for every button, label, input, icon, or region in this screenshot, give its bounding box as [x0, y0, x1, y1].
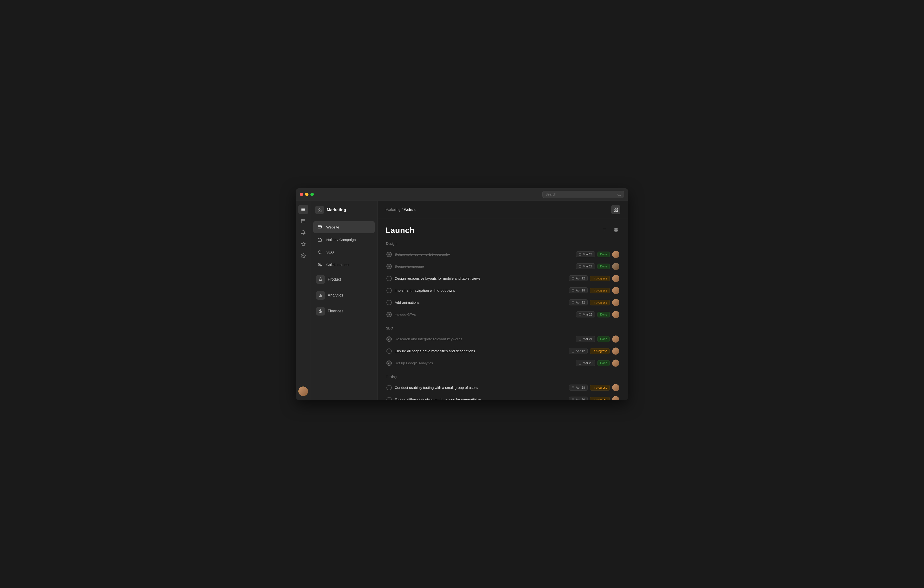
- rail-icon-settings[interactable]: [299, 251, 308, 260]
- section-design-title: Design: [386, 242, 620, 245]
- table-row[interactable]: Include CTAs Mar 29 Done: [386, 308, 620, 321]
- content-header: Marketing / Website: [378, 201, 628, 219]
- table-row[interactable]: Ensure all pages have meta titles and de…: [386, 345, 620, 357]
- close-button[interactable]: [300, 193, 303, 196]
- section-seo-title: SEO: [386, 326, 620, 330]
- breadcrumb-parent[interactable]: Marketing: [386, 208, 400, 212]
- task-checkbox[interactable]: [386, 385, 392, 390]
- task-meta: Apr 12 In progress: [569, 275, 619, 282]
- maximize-button[interactable]: [310, 193, 314, 196]
- svg-rect-42: [572, 301, 574, 304]
- task-date: Apr 12: [569, 348, 587, 354]
- page-actions: [600, 226, 620, 234]
- calendar-icon: [572, 301, 574, 304]
- sidebar-header: Marketing: [310, 201, 378, 218]
- search-bar[interactable]: [542, 191, 624, 198]
- task-label: Research and integrate relevant keywords: [394, 337, 573, 341]
- svg-rect-33: [617, 231, 618, 232]
- icon-rail: [296, 201, 310, 400]
- status-badge: Done: [597, 264, 610, 269]
- table-row[interactable]: Set up Google Analytics Mar 29 Done: [386, 357, 620, 369]
- calendar-icon: [579, 313, 582, 316]
- svg-rect-23: [614, 208, 615, 209]
- status-badge: Done: [597, 360, 610, 366]
- status-badge: Done: [597, 312, 610, 318]
- table-row[interactable]: Implement navigation with dropdowns Apr …: [386, 285, 620, 296]
- svg-rect-31: [617, 229, 618, 230]
- status-badge: In progress: [590, 288, 610, 293]
- calendar-icon: [579, 362, 582, 365]
- sidebar-item-collaborations-label: Collaborations: [326, 263, 350, 267]
- svg-rect-25: [614, 210, 615, 211]
- filter-button[interactable]: [600, 226, 609, 234]
- task-date: Mar 29: [576, 311, 595, 318]
- search-input[interactable]: [546, 193, 615, 196]
- calendar-icon: [572, 398, 574, 400]
- svg-rect-40: [572, 290, 574, 292]
- table-row[interactable]: Design homepage Mar 28 Done: [386, 260, 620, 272]
- svg-rect-30: [614, 229, 616, 230]
- task-checkbox[interactable]: [386, 397, 392, 400]
- task-checkbox[interactable]: [386, 252, 392, 257]
- table-row[interactable]: Test on different devices and browses fo…: [386, 394, 620, 400]
- task-checkbox[interactable]: [386, 361, 392, 366]
- sidebar-header-icon: [315, 206, 324, 214]
- section-seo: SEO Research and integrate relevant keyw…: [386, 326, 620, 369]
- task-checkbox[interactable]: [386, 300, 392, 305]
- task-date: Apr 22: [569, 300, 587, 305]
- section-testing-title: Testing: [386, 375, 620, 379]
- status-badge: In progress: [590, 300, 610, 305]
- svg-marker-18: [319, 278, 322, 281]
- sidebar-item-holiday[interactable]: Holiday Campaign: [313, 234, 375, 246]
- rail-icon-list[interactable]: [299, 205, 308, 214]
- svg-rect-32: [614, 231, 616, 232]
- grid-view-button[interactable]: [612, 226, 620, 234]
- sidebar-item-product[interactable]: Product: [313, 272, 375, 287]
- rail-icon-integrations[interactable]: [299, 239, 308, 249]
- table-row[interactable]: Define color scheme & typography Mar 23 …: [386, 249, 620, 260]
- task-meta: Apr 20 In progress: [569, 396, 619, 400]
- task-checkbox[interactable]: [386, 312, 392, 317]
- breadcrumb-current: Website: [404, 208, 416, 212]
- task-label: Design homepage: [394, 264, 573, 268]
- table-row[interactable]: Design responsive layouts for mobile and…: [386, 272, 620, 285]
- task-date: Apr 20: [569, 397, 587, 400]
- avatar: [612, 299, 619, 306]
- website-icon: [316, 224, 323, 231]
- svg-point-8: [302, 255, 304, 256]
- task-date: Mar 29: [576, 360, 595, 366]
- task-checkbox[interactable]: [386, 264, 392, 269]
- table-row[interactable]: Add animations Apr 22 In progress: [386, 296, 620, 308]
- sidebar-item-website-label: Website: [326, 225, 339, 229]
- minimize-button[interactable]: [305, 193, 309, 196]
- task-meta: Mar 29 Done: [576, 311, 619, 318]
- calendar-icon: [572, 350, 574, 352]
- task-label: Set up Google Analytics: [394, 361, 573, 365]
- rail-icon-calendar[interactable]: [299, 216, 308, 226]
- avatar: [612, 251, 619, 258]
- search-icon: [617, 193, 621, 196]
- table-row[interactable]: Conduct usability testing with a small g…: [386, 382, 620, 394]
- avatar: [612, 336, 619, 343]
- task-checkbox[interactable]: [386, 276, 392, 281]
- task-date: Apr 28: [569, 385, 587, 390]
- sidebar-item-collaborations[interactable]: Collaborations: [313, 259, 375, 271]
- sidebar-item-analytics[interactable]: Analytics: [313, 288, 375, 303]
- rail-icon-notifications[interactable]: [299, 228, 308, 237]
- holiday-icon: [316, 236, 323, 244]
- avatar: [612, 263, 619, 270]
- avatar: [612, 287, 619, 294]
- sidebar-item-finances[interactable]: Finances: [313, 304, 375, 318]
- task-checkbox[interactable]: [386, 288, 392, 293]
- sidebar-item-seo[interactable]: SEO: [313, 246, 375, 258]
- task-checkbox[interactable]: [386, 336, 392, 342]
- layout-toggle-button[interactable]: [611, 205, 620, 214]
- user-avatar-rail[interactable]: [299, 387, 308, 396]
- table-row[interactable]: Research and integrate relevant keywords…: [386, 333, 620, 345]
- task-checkbox[interactable]: [386, 349, 392, 354]
- task-label: Define color scheme & typography: [394, 252, 573, 256]
- task-meta: Mar 29 Done: [576, 359, 619, 367]
- sidebar-item-product-label: Product: [328, 277, 341, 282]
- svg-point-0: [618, 193, 620, 196]
- sidebar-item-website[interactable]: Website: [313, 221, 375, 233]
